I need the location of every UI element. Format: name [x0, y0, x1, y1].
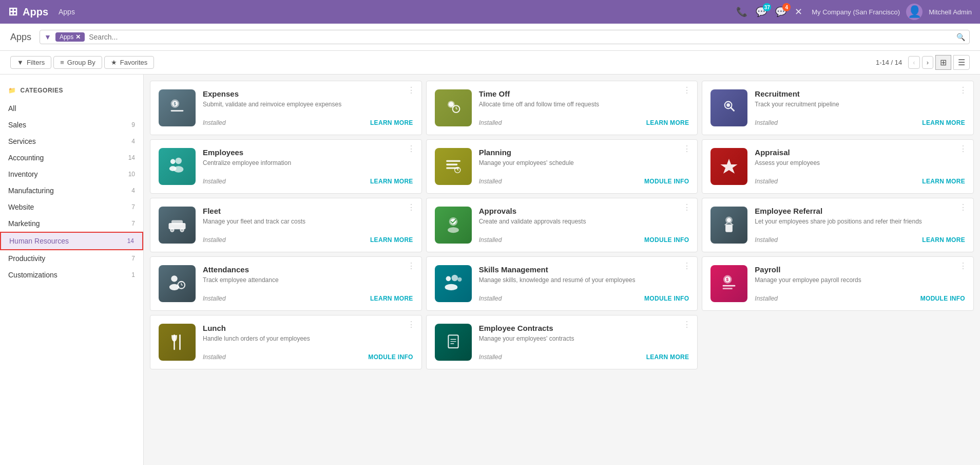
app-action-button[interactable]: LEARN MORE: [922, 178, 965, 185]
app-action-button[interactable]: MODULE INFO: [368, 354, 413, 361]
filter-tag[interactable]: Apps ✕: [55, 32, 85, 42]
user-name[interactable]: Mitchell Admin: [929, 8, 972, 16]
chat-badge: 37: [763, 3, 771, 11]
installed-badge: Installed: [755, 236, 778, 244]
app-action-button[interactable]: LEARN MORE: [646, 354, 689, 361]
installed-badge: Installed: [203, 295, 226, 302]
sidebar-item-accounting[interactable]: Accounting 14: [0, 150, 143, 166]
sidebar-item-count: 14: [128, 154, 135, 161]
app-icon-expenses: $: [159, 89, 196, 126]
svg-rect-48: [723, 288, 733, 289]
app-logo[interactable]: ⊞ Apps: [8, 5, 48, 18]
phone-icon[interactable]: 📞: [733, 4, 751, 20]
favorites-button[interactable]: ★ Favorites: [104, 56, 154, 69]
svg-point-41: [451, 275, 457, 281]
app-info: Employee Contracts Manage your employees…: [479, 324, 689, 361]
sidebar-item-marketing[interactable]: Marketing 7: [0, 215, 143, 232]
app-action-button[interactable]: MODULE INFO: [920, 295, 965, 302]
next-page-button[interactable]: ›: [922, 56, 933, 69]
app-more-button[interactable]: ⋮: [681, 261, 693, 271]
app-name: Attendances: [203, 265, 413, 274]
app-info: Payroll Manage your employee payroll rec…: [755, 265, 965, 302]
sidebar-item-sales[interactable]: Sales 9: [0, 117, 143, 133]
app-more-button[interactable]: ⋮: [405, 202, 417, 213]
app-name: Planning: [479, 148, 689, 157]
filter-icon: ▼: [17, 59, 24, 66]
nav-apps[interactable]: Apps: [54, 6, 79, 18]
app-action-button[interactable]: LEARN MORE: [922, 236, 965, 244]
app-more-button[interactable]: ⋮: [681, 85, 693, 96]
sidebar-item-manufacturing[interactable]: Manufacturing 4: [0, 182, 143, 199]
app-action-button[interactable]: LEARN MORE: [922, 119, 965, 126]
app-name: Employees: [203, 148, 413, 157]
app-more-button[interactable]: ⋮: [405, 144, 417, 154]
app-footer: Installed MODULE INFO: [755, 295, 965, 302]
app-info: Skills Management Manage skills, knowled…: [479, 265, 689, 302]
filters-button[interactable]: ▼ Filters: [10, 56, 51, 69]
sidebar-item-count: 4: [131, 187, 135, 194]
app-info: Approvals Create and validate approvals …: [479, 207, 689, 244]
user-avatar[interactable]: 👤: [906, 4, 923, 20]
app-action-button[interactable]: MODULE INFO: [644, 236, 689, 244]
app-more-button[interactable]: ⋮: [957, 202, 969, 213]
installed-badge: Installed: [203, 236, 226, 244]
app-more-button[interactable]: ⋮: [405, 85, 417, 96]
app-more-button[interactable]: ⋮: [957, 85, 969, 96]
installed-badge: Installed: [203, 354, 226, 361]
sidebar-item-productivity[interactable]: Productivity 7: [0, 250, 143, 267]
company-name[interactable]: My Company (San Francisco): [812, 8, 900, 16]
sidebar-item-human-resources[interactable]: Human Resources 14: [0, 232, 143, 250]
app-desc: Manage your employees' schedule: [479, 159, 689, 173]
sidebar-item-all[interactable]: All: [0, 100, 143, 117]
app-action-button[interactable]: MODULE INFO: [644, 178, 689, 185]
app-icon-timeoff: [435, 89, 472, 126]
app-more-button[interactable]: ⋮: [405, 261, 417, 271]
app-footer: Installed LEARN MORE: [203, 178, 413, 185]
search-input[interactable]: [89, 33, 952, 41]
search-icon[interactable]: 🔍: [956, 33, 965, 41]
svg-line-11: [731, 107, 734, 110]
app-action-button[interactable]: LEARN MORE: [370, 236, 413, 244]
app-name: Lunch: [203, 324, 413, 332]
app-info: Recruitment Track your recruitment pipel…: [755, 89, 965, 126]
app-more-button[interactable]: ⋮: [405, 320, 417, 330]
installed-badge: Installed: [479, 236, 502, 244]
installed-badge: Installed: [755, 178, 778, 185]
sidebar-item-inventory[interactable]: Inventory 10: [0, 166, 143, 182]
groupby-label: Group By: [67, 59, 95, 66]
app-footer: Installed LEARN MORE: [203, 295, 413, 302]
page-title: Apps: [10, 32, 31, 43]
app-icon-appraisal: [710, 148, 747, 185]
app-card-planning: Planning Manage your employees' schedule…: [426, 139, 698, 194]
app-action-button[interactable]: LEARN MORE: [646, 119, 689, 126]
app-icon-recruitment: [710, 89, 747, 126]
sidebar-item-services[interactable]: Services 4: [0, 133, 143, 150]
prev-page-button[interactable]: ‹: [908, 56, 919, 69]
svg-point-42: [457, 277, 462, 282]
notification-icon[interactable]: 💬 4: [772, 4, 790, 20]
app-more-button[interactable]: ⋮: [681, 320, 693, 330]
sidebar-item-customizations[interactable]: Customizations 1: [0, 267, 143, 283]
app-card-time-off: Time Off Allocate time off and follow ti…: [426, 81, 698, 135]
app-action-button[interactable]: MODULE INFO: [644, 295, 689, 302]
svg-rect-32: [725, 225, 733, 232]
app-more-button[interactable]: ⋮: [681, 202, 693, 213]
chat-icon[interactable]: 💬 37: [753, 4, 770, 20]
app-action-button[interactable]: LEARN MORE: [370, 295, 413, 302]
grid-view-button[interactable]: ⊞: [935, 55, 951, 70]
sidebar-item-website[interactable]: Website 7: [0, 199, 143, 215]
app-info: Employee Referral Let your employees sha…: [755, 207, 965, 244]
app-more-button[interactable]: ⋮: [957, 261, 969, 271]
app-card-attendances: Attendances Track employee attendance In…: [150, 256, 422, 311]
app-more-button[interactable]: ⋮: [957, 144, 969, 154]
app-action-button[interactable]: LEARN MORE: [370, 119, 413, 126]
groupby-button[interactable]: ≡ Group By: [53, 56, 102, 69]
filter-close-icon[interactable]: ✕: [75, 33, 81, 41]
list-view-button[interactable]: ☰: [953, 55, 970, 70]
svg-text:$: $: [174, 102, 176, 106]
sidebar-item-count: 7: [131, 203, 135, 211]
app-more-button[interactable]: ⋮: [681, 144, 693, 154]
settings-icon[interactable]: ✕: [792, 4, 805, 20]
app-action-button[interactable]: LEARN MORE: [370, 178, 413, 185]
svg-point-40: [446, 276, 451, 282]
